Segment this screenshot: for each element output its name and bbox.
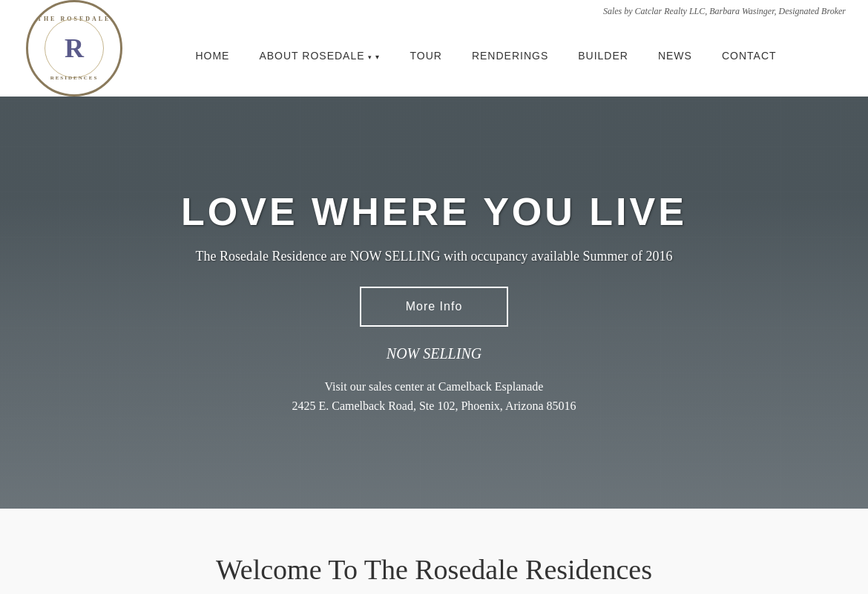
hero-address-line1: Visit our sales center at Camelback Espl… xyxy=(325,380,544,393)
hero-title: LOVE WHERE YOU LIVE xyxy=(181,189,687,234)
hero-section: LOVE WHERE YOU LIVE The Rosedale Residen… xyxy=(0,97,868,509)
nav-renderings[interactable]: RENDERINGS xyxy=(457,42,563,69)
hero-address-line2: 2425 E. Camelback Road, Ste 102, Phoenix… xyxy=(292,399,576,412)
nav-tour[interactable]: TOUR xyxy=(395,42,456,69)
logo-letter: R xyxy=(65,33,84,64)
nav-home[interactable]: HOME xyxy=(180,42,244,69)
logo-ornament: R xyxy=(45,19,104,78)
hero-address: Visit our sales center at Camelback Espl… xyxy=(181,377,687,415)
site-header: Sales by Catclar Realty LLC, Barbara Was… xyxy=(0,0,868,97)
nav-builder[interactable]: BUILDER xyxy=(563,42,643,69)
logo[interactable]: THE ROSEDALE R RESIDENCES xyxy=(22,4,126,93)
main-nav: HOME ABOUT ROSEDALE ▾ TOUR RENDERINGS BU… xyxy=(126,42,846,69)
broker-info: Sales by Catclar Realty LLC, Barbara Was… xyxy=(603,6,846,17)
nav-contact[interactable]: CONTACT xyxy=(707,42,792,69)
hero-now-selling: NOW SELLING xyxy=(181,345,687,362)
logo-text-bottom: RESIDENCES xyxy=(50,75,99,81)
below-hero-section: Welcome To The Rosedale Residences Locat… xyxy=(0,509,868,594)
logo-circle: THE ROSEDALE R RESIDENCES xyxy=(26,0,122,97)
hero-subtitle: The Rosedale Residence are NOW SELLING w… xyxy=(181,249,687,264)
below-hero-title: Welcome To The Rosedale Residences xyxy=(30,553,838,586)
nav-news[interactable]: NEWS xyxy=(643,42,707,69)
more-info-button[interactable]: More Info xyxy=(360,287,509,327)
hero-content: LOVE WHERE YOU LIVE The Rosedale Residen… xyxy=(166,174,702,430)
nav-about[interactable]: ABOUT ROSEDALE ▾ xyxy=(244,42,395,69)
